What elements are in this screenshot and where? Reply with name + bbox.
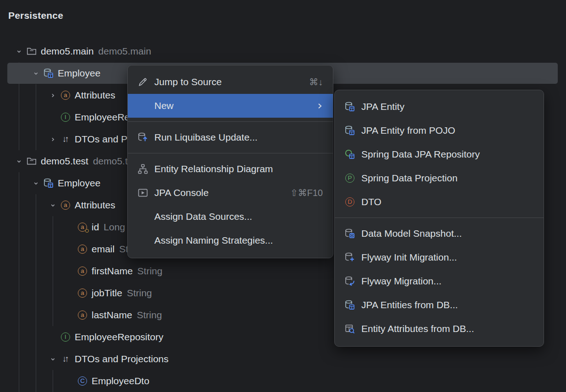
menu-item-assign-data-sources[interactable]: Assign Data Sources... [128, 205, 333, 229]
tree-item-label: jobTitle [92, 288, 122, 299]
dto-icon: D [345, 197, 355, 207]
menu-item-label: JPA Entities from DB... [361, 299, 458, 310]
menu-item-label: Run Liquibase Update... [154, 132, 257, 143]
tree-item-label: lastName [92, 310, 132, 321]
interface-icon: I [60, 112, 71, 122]
db-plus-icon [345, 252, 355, 262]
jpa-entity-icon [44, 178, 54, 188]
jpa-entity-icon [345, 300, 355, 310]
menu-item-label: Flyway Migration... [361, 276, 441, 287]
tree-item-label: demo5.test [41, 156, 88, 167]
menu-item-jump-to-source[interactable]: Jump to Source⌘↓ [128, 70, 333, 94]
tree-item-secondary: String [137, 266, 163, 277]
chevron-down-icon[interactable] [28, 71, 44, 76]
spring-projection-icon: P [345, 173, 355, 183]
attribute-icon: a [60, 90, 71, 100]
chevron-right-icon[interactable] [45, 136, 60, 142]
tree-item-label: Attributes [75, 90, 115, 101]
tree-item-label: EmployeeDto [92, 376, 149, 387]
submenu-item-spring-data-projection[interactable]: PSpring Data Projection [335, 166, 544, 190]
dto-arrows-icon: ↓↑ [60, 134, 71, 144]
key-icon [85, 229, 89, 233]
submenu-item-entity-attributes-from-db[interactable]: Entity Attributes from DB... [335, 317, 544, 341]
chevron-down-icon[interactable] [45, 356, 60, 362]
menu-item-label: Assign Data Sources... [154, 211, 252, 222]
menu-item-label: Assign Naming Strategies... [154, 235, 273, 246]
menu-item-label: JPA Entity from POJO [361, 125, 455, 136]
tree-item-label: firstName [92, 266, 133, 277]
submenu-item-spring-data-jpa-repository[interactable]: Spring Data JPA Repository [335, 142, 544, 166]
tree-item-secondary: Long [103, 222, 125, 233]
jpa-entity-icon [44, 68, 54, 78]
attribute-icon: a [60, 200, 71, 210]
menu-item-jpa-console[interactable]: JPA Console⇧⌘F10 [128, 181, 333, 205]
chevron-down-icon[interactable] [11, 49, 27, 54]
tree-item-secondary: demo5.main [98, 46, 152, 57]
tree-item-label: DTOs and Projections [75, 354, 169, 365]
tree-item-label: Attributes [75, 200, 115, 211]
submenu-item-data-model-snapshot[interactable]: Data Model Snapshot... [335, 222, 544, 245]
menu-separator [128, 121, 333, 122]
jpa-entity-icon [345, 102, 355, 112]
menu-item-label: Data Model Snapshot... [361, 228, 462, 239]
new-submenu: JPA EntityJPA Entity from POJOSpring Dat… [334, 90, 544, 347]
attribute-icon: a [77, 288, 87, 298]
menu-item-assign-naming-strategies[interactable]: Assign Naming Strategies... [128, 229, 333, 252]
menu-item-label: JPA Entity [361, 101, 404, 112]
diagram-icon [138, 164, 148, 174]
tree-item-secondary: String [137, 310, 162, 321]
submenu-item-flyway-migration[interactable]: Flyway Migration... [335, 269, 544, 293]
chevron-down-icon[interactable] [28, 180, 44, 186]
context-menu: Jump to Source⌘↓NewRun Liquibase Update.… [127, 65, 333, 258]
submenu-item-dto[interactable]: DDTO [335, 190, 544, 214]
dto-arrows-icon: ↓↑ [60, 354, 71, 364]
menu-item-label: Jump to Source [154, 76, 222, 87]
submenu-item-jpa-entities-from-db[interactable]: JPA Entities from DB... [335, 293, 544, 317]
tree-item-label: EmployeeRepository [75, 332, 163, 343]
menu-item-label: New [154, 100, 174, 111]
package-icon [27, 46, 37, 56]
menu-shortcut: ⌘↓ [300, 76, 323, 87]
submenu-item-flyway-init-migration[interactable]: Flyway Init Migration... [335, 245, 544, 269]
tree-row-dtos-and-projections[interactable]: ↓↑DTOs and Projections [0, 348, 566, 370]
interface-icon: I [60, 332, 71, 342]
tree-item-label: demo5.main [41, 46, 94, 57]
package-icon [27, 156, 37, 166]
chevron-right-icon[interactable] [45, 93, 60, 98]
menu-item-label: Entity Relationship Diagram [154, 163, 273, 174]
chevron-down-icon[interactable] [45, 202, 60, 208]
tree-item-secondary: String [127, 288, 152, 299]
tree-item-label: Employee [58, 68, 100, 79]
menu-shortcut: ⇧⌘F10 [281, 187, 323, 198]
tree-item-label: Employee [58, 178, 100, 189]
attribute-id-icon: a [77, 222, 87, 232]
tree-item-label: email [92, 244, 114, 255]
table-search-icon [345, 324, 355, 334]
db-migrate-icon [345, 276, 355, 286]
attribute-icon: a [77, 244, 87, 254]
menu-separator [128, 153, 333, 153]
db-up-arrow-icon [138, 132, 148, 142]
menu-item-label: JPA Console [154, 187, 209, 198]
menu-item-label: Spring Data Projection [361, 173, 457, 184]
jpa-entity-icon [345, 125, 355, 136]
menu-item-label: Flyway Init Migration... [361, 252, 457, 263]
pencil-icon [138, 77, 148, 87]
menu-item-label: Entity Attributes from DB... [361, 323, 474, 334]
menu-separator [335, 218, 544, 218]
console-icon [138, 188, 148, 198]
menu-item-label: Spring Data JPA Repository [361, 149, 480, 160]
menu-item-label: DTO [361, 196, 381, 207]
menu-item-new[interactable]: New [128, 94, 333, 118]
menu-item-entity-relationship-diagram[interactable]: Entity Relationship Diagram [128, 157, 333, 181]
submenu-arrow-icon [317, 102, 323, 110]
chevron-down-icon[interactable] [11, 158, 27, 164]
class-icon: C [77, 376, 87, 386]
tree-row-demo5-main[interactable]: demo5.maindemo5.main [0, 40, 566, 62]
db-snapshot-icon [345, 229, 355, 239]
submenu-item-jpa-entity[interactable]: JPA Entity [335, 95, 544, 119]
submenu-item-jpa-entity-from-pojo[interactable]: JPA Entity from POJO [335, 119, 544, 142]
tree-row-employeedto[interactable]: CEmployeeDto [0, 370, 566, 392]
spring-repository-icon [345, 149, 355, 159]
menu-item-run-liquibase-update[interactable]: Run Liquibase Update... [128, 125, 333, 149]
